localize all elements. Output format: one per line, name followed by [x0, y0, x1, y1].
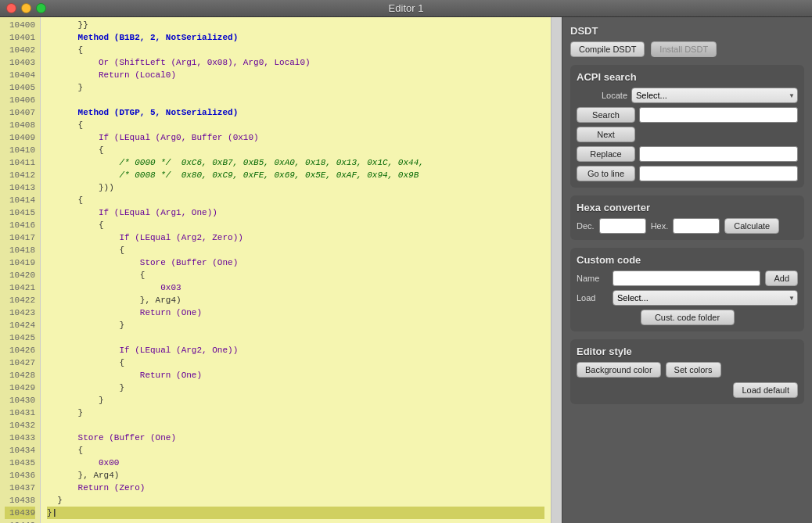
load-select[interactable]: Select... — [613, 290, 798, 306]
replace-button[interactable]: Replace — [577, 146, 635, 162]
hexa-header: Hexa converter — [577, 202, 798, 213]
acpi-search-header: ACPI search — [577, 71, 798, 83]
compile-dsdt-button[interactable]: Compile DSDT — [570, 41, 645, 57]
dsdt-section: DSDT Compile DSDT Install DSDT — [570, 25, 804, 57]
add-button[interactable]: Add — [765, 270, 798, 286]
hex-label: Hex. — [651, 221, 669, 231]
load-row: Load Select... ▼ — [577, 290, 798, 306]
load-label: Load — [577, 293, 608, 303]
locate-select[interactable]: Select... Device Method Name — [631, 88, 798, 103]
name-row: Name Add — [577, 270, 798, 286]
dec-input[interactable] — [599, 218, 646, 234]
search-row: Search — [577, 107, 798, 123]
goto-input[interactable] — [639, 166, 798, 181]
set-colors-button[interactable]: Set colors — [666, 362, 721, 378]
search-button[interactable]: Search — [577, 107, 635, 123]
dsdt-buttons-row: Compile DSDT Install DSDT — [570, 41, 804, 57]
locate-label: Locate — [577, 91, 627, 100]
custom-code-header: Custom code — [577, 254, 798, 266]
vertical-scrollbar[interactable] — [551, 17, 562, 523]
window-controls — [6, 3, 46, 13]
line-numbers: 1040010401104021040310404104051040610407… — [0, 17, 41, 523]
load-default-row: Load default — [577, 382, 798, 398]
search-input[interactable] — [639, 107, 798, 123]
editor-style-section: Editor style Background color Set colors… — [570, 339, 804, 404]
replace-row: Replace — [577, 146, 798, 162]
title-bar: Editor 1 — [0, 0, 812, 17]
goto-button[interactable]: Go to line — [577, 166, 635, 181]
color-buttons-row: Background color Set colors — [577, 362, 798, 378]
hex-input[interactable] — [673, 218, 720, 234]
locate-select-wrapper: Select... Device Method Name ▼ — [631, 88, 798, 103]
main-layout: 1040010401104021040310404104051040610407… — [0, 17, 812, 523]
right-panel: DSDT Compile DSDT Install DSDT ACPI sear… — [562, 17, 812, 523]
install-dsdt-button[interactable]: Install DSDT — [651, 41, 717, 57]
hexa-section: Hexa converter Dec. Hex. Calculate — [570, 195, 804, 240]
hexa-row: Dec. Hex. Calculate — [577, 218, 798, 234]
window-title: Editor 1 — [389, 2, 424, 14]
folder-row: Cust. code folder — [577, 310, 798, 325]
dec-label: Dec. — [577, 221, 595, 231]
locate-row: Locate Select... Device Method Name ▼ — [577, 88, 798, 103]
load-select-wrapper: Select... ▼ — [613, 290, 798, 306]
minimize-button[interactable] — [21, 3, 31, 13]
code-content[interactable]: }} Method (B1B2, 2, NotSerialized) { Or … — [41, 17, 551, 523]
close-button[interactable] — [6, 3, 16, 13]
name-input[interactable] — [613, 270, 760, 286]
calculate-button[interactable]: Calculate — [724, 218, 779, 234]
dsdt-header: DSDT — [570, 25, 804, 37]
cust-code-folder-button[interactable]: Cust. code folder — [641, 310, 735, 325]
custom-code-section: Custom code Name Add Load Select... ▼ Cu… — [570, 248, 804, 331]
maximize-button[interactable] — [36, 3, 46, 13]
next-button[interactable]: Next — [577, 127, 635, 142]
name-label: Name — [577, 274, 608, 283]
background-color-button[interactable]: Background color — [577, 362, 661, 378]
goto-row: Go to line — [577, 166, 798, 181]
replace-input[interactable] — [639, 146, 798, 162]
next-row: Next — [577, 127, 798, 142]
editor-style-header: Editor style — [577, 346, 798, 357]
editor-area[interactable]: 1040010401104021040310404104051040610407… — [0, 17, 562, 523]
acpi-search-section: ACPI search Locate Select... Device Meth… — [570, 65, 804, 188]
load-default-button[interactable]: Load default — [733, 382, 798, 398]
